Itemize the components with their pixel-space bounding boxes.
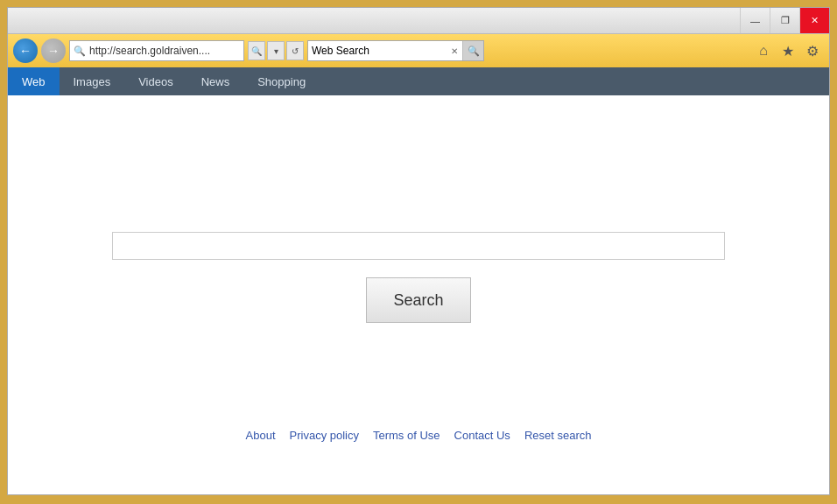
nav-label-web: Web [22, 75, 46, 88]
footer-link-about[interactable]: About [246, 429, 276, 442]
toolbar-icons: ⌂ ★ ⚙ [752, 39, 824, 62]
forward-arrow-icon: → [47, 44, 60, 58]
url-text: http://search.goldraiven.... [89, 45, 240, 57]
url-search-button[interactable]: 🔍 [248, 41, 265, 60]
main-content: Search About Privacy policy Terms of Use… [8, 95, 829, 494]
main-search-button[interactable]: Search [366, 277, 471, 323]
browser-window: — ❐ ✕ ← → 🔍 http://search.goldraiven....… [7, 7, 830, 495]
url-actions: 🔍 ▾ ↺ [248, 41, 304, 60]
home-icon: ⌂ [759, 43, 768, 59]
nav-item-shopping[interactable]: Shopping [243, 67, 320, 95]
close-button[interactable]: ✕ [799, 8, 829, 33]
nav-label-videos: Videos [138, 75, 173, 88]
search-bar[interactable]: ✕ 🔍 [307, 40, 484, 61]
nav-item-news[interactable]: News [187, 67, 244, 95]
back-button[interactable]: ← [13, 38, 38, 63]
url-search-icon: 🔍 [74, 46, 86, 57]
gear-icon: ⚙ [806, 43, 819, 60]
search-go-icon: 🔍 [468, 46, 480, 57]
search-go-button[interactable]: 🔍 [462, 41, 483, 60]
address-bar: ← → 🔍 http://search.goldraiven.... 🔍 ▾ ↺… [8, 34, 829, 67]
forward-button[interactable]: → [41, 38, 66, 63]
footer-link-privacy[interactable]: Privacy policy [290, 429, 359, 442]
title-bar: — ❐ ✕ [8, 8, 829, 34]
search-bar-input[interactable] [308, 41, 447, 60]
footer-link-terms[interactable]: Terms of Use [373, 429, 440, 442]
nav-label-news: News [201, 75, 230, 88]
nav-label-shopping: Shopping [257, 75, 306, 88]
nav-item-videos[interactable]: Videos [124, 67, 187, 95]
url-bar[interactable]: 🔍 http://search.goldraiven.... [69, 40, 244, 61]
restore-button[interactable]: ❐ [770, 8, 799, 33]
footer-link-contact[interactable]: Contact Us [454, 429, 510, 442]
settings-button[interactable]: ⚙ [801, 39, 824, 62]
nav-label-images: Images [74, 75, 111, 88]
minimize-button[interactable]: — [740, 8, 770, 33]
search-button-label: Search [393, 291, 443, 310]
nav-item-images[interactable]: Images [60, 67, 125, 95]
star-icon: ★ [782, 43, 794, 60]
home-button[interactable]: ⌂ [752, 39, 775, 62]
favorites-button[interactable]: ★ [777, 39, 799, 62]
title-bar-buttons: — ❐ ✕ [740, 8, 829, 33]
main-search-input[interactable] [112, 232, 725, 260]
url-refresh-button[interactable]: ↺ [286, 41, 304, 60]
back-arrow-icon: ← [19, 44, 32, 58]
footer-link-reset[interactable]: Reset search [524, 429, 592, 442]
search-area: Search [112, 232, 725, 323]
nav-bar: Web Images Videos News Shopping [8, 67, 829, 95]
url-dropdown-button[interactable]: ▾ [267, 41, 285, 60]
nav-item-web[interactable]: Web [8, 67, 60, 95]
footer-links: About Privacy policy Terms of Use Contac… [8, 429, 829, 442]
search-clear-icon[interactable]: ✕ [447, 43, 462, 59]
